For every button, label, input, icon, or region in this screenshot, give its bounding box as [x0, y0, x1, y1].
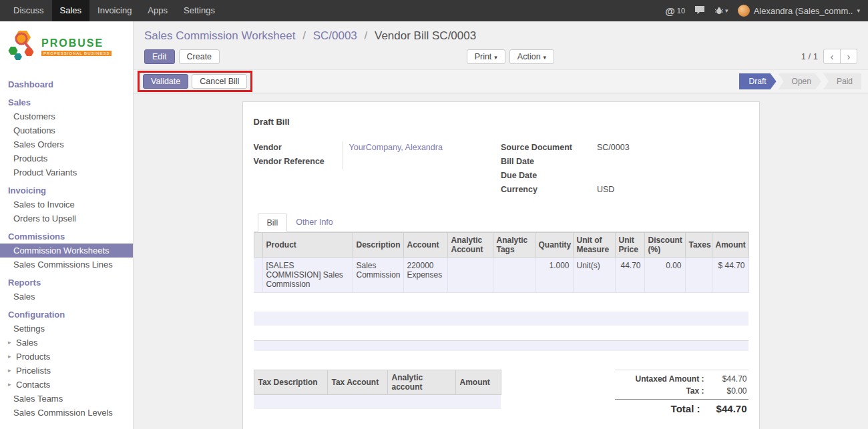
vendor-value-link[interactable]: YourCompany, Alexandra: [343, 141, 501, 155]
totals-block: Untaxed Amount : $44.70 Tax : $0.00 Tota…: [615, 370, 748, 416]
sidebar-item-quotations[interactable]: Quotations: [0, 123, 133, 137]
col-amount[interactable]: Amount: [712, 233, 748, 258]
sidebar-heading-reports[interactable]: Reports: [0, 276, 133, 290]
table-header-row: Product Description Account Analytic Acc…: [254, 233, 748, 258]
mentions-button[interactable]: @ 10: [665, 5, 685, 17]
sidebar-heading-configuration[interactable]: Configuration: [0, 308, 133, 322]
sidebar-item-settings[interactable]: Settings: [0, 322, 133, 336]
cell-taxes: [685, 258, 712, 293]
control-panel-buttons: Edit Create Print▾ Action▾ 1 / 1 ‹ ›: [134, 43, 868, 69]
company-logo[interactable]: PROBUSE PROFESSIONAL BUSINESS: [0, 21, 133, 73]
chevron-down-icon: ▾: [494, 54, 497, 61]
vendor-reference-label: Vendor Reference: [254, 155, 343, 166]
tax-section: Tax Description Tax Account Analytic acc…: [254, 370, 501, 429]
cancel-bill-button[interactable]: Cancel Bill: [192, 74, 247, 89]
sidebar-heading-commissions[interactable]: Commissions: [0, 230, 133, 244]
breadcrumb-worksheet-link[interactable]: Sales Commission Worksheet: [144, 29, 295, 42]
sidebar-item-customers[interactable]: Customers: [0, 109, 133, 123]
col-product[interactable]: Product: [262, 233, 353, 258]
debug-bug-icon: [714, 5, 724, 17]
sidebar-heading-invoicing[interactable]: Invoicing: [0, 183, 133, 197]
sidebar-item-product-variants[interactable]: Product Variants: [0, 165, 133, 179]
action-dropdown-button[interactable]: Action▾: [509, 49, 554, 64]
annotation-highlight: Validate Cancel Bill: [138, 71, 252, 92]
cell-analytic-account: [447, 258, 493, 293]
col-discount[interactable]: Discount (%): [644, 233, 685, 258]
menu-sales[interactable]: Sales: [52, 0, 90, 21]
grand-total-label: Total :: [671, 403, 700, 414]
pager-counter: 1 / 1: [801, 51, 818, 61]
pager-previous-button[interactable]: ‹: [823, 49, 841, 64]
breadcrumb: Sales Commission Worksheet / SC/0003 / V…: [134, 21, 868, 43]
sidebar-item-sales-commissions-lines[interactable]: Sales Commissions Lines: [0, 258, 133, 272]
pager-next-button[interactable]: ›: [840, 49, 857, 64]
menu-apps[interactable]: Apps: [140, 0, 176, 21]
status-draft[interactable]: Draft: [739, 73, 777, 89]
cell-discount: 0.00: [644, 258, 685, 293]
cell-account: 220000 Expenses: [403, 258, 447, 293]
col-unit-price[interactable]: Unit Price: [615, 233, 644, 258]
edit-button[interactable]: Edit: [144, 49, 175, 64]
topbar: Discuss Sales Invoicing Apps Settings @ …: [0, 0, 868, 21]
user-menu[interactable]: Alexandra (Sales_comm.. ▾: [738, 5, 860, 17]
sidebar-item-label: Pricelists: [16, 366, 51, 376]
col-quantity[interactable]: Quantity: [535, 233, 573, 258]
tax-header-row: Tax Description Tax Account Analytic acc…: [254, 370, 501, 395]
tab-bill[interactable]: Bill: [258, 213, 288, 232]
due-date-value: [597, 169, 748, 183]
empty-tax-row: [254, 395, 501, 409]
untaxed-amount-label: Untaxed Amount :: [636, 374, 704, 384]
chevron-down-icon: ▾: [725, 7, 728, 14]
sidebar-item-sales-teams[interactable]: Sales Teams: [0, 392, 133, 406]
breadcrumb-sc0003-link[interactable]: SC/0003: [313, 29, 357, 42]
col-tax-analytic-account[interactable]: Analytic account: [387, 370, 455, 395]
sidebar-heading-dashboard[interactable]: Dashboard: [0, 77, 133, 91]
col-taxes[interactable]: Taxes: [685, 233, 712, 258]
col-tax-description[interactable]: Tax Description: [254, 370, 327, 395]
sidebar-item-config-sales[interactable]: ▸ Sales: [0, 336, 133, 350]
sidebar-item-contacts[interactable]: ▸ Contacts: [0, 378, 133, 392]
col-analytic-tags[interactable]: Analytic Tags: [493, 233, 535, 258]
col-unit-of-measure[interactable]: Unit of Measure: [573, 233, 615, 258]
tab-other-info[interactable]: Other Info: [287, 213, 342, 232]
validate-button[interactable]: Validate: [143, 74, 188, 89]
sidebar-item-sales-to-invoice[interactable]: Sales to Invoice: [0, 197, 133, 211]
submenu-arrow-icon: ▸: [8, 380, 14, 390]
debug-menu-button[interactable]: ▾: [714, 5, 728, 17]
tax-total-value: $0.00: [704, 386, 747, 396]
menu-invoicing[interactable]: Invoicing: [89, 0, 140, 21]
submenu-arrow-icon: ▸: [8, 366, 14, 376]
col-tax-amount[interactable]: Amount: [455, 370, 501, 395]
menu-settings[interactable]: Settings: [176, 0, 223, 21]
status-open[interactable]: Open: [779, 73, 821, 89]
create-button[interactable]: Create: [179, 49, 220, 64]
cell-description: Sales Commission: [353, 258, 403, 293]
menu-discuss[interactable]: Discuss: [5, 0, 52, 21]
sidebar-item-sales-orders[interactable]: Sales Orders: [0, 137, 133, 151]
table-row[interactable]: [SALES COMMISSION] Sales Commission Sale…: [254, 258, 748, 293]
sidebar-item-sales-commission-levels[interactable]: Sales Commission Levels: [0, 406, 133, 420]
col-account[interactable]: Account: [403, 233, 447, 258]
col-description[interactable]: Description: [353, 233, 403, 258]
sidebar-item-pricelists[interactable]: ▸ Pricelists: [0, 364, 133, 378]
sidebar-item-config-products[interactable]: ▸ Products: [0, 350, 133, 364]
print-dropdown-button[interactable]: Print▾: [467, 49, 505, 64]
empty-list-row: [254, 340, 748, 351]
messages-button[interactable]: [694, 5, 705, 17]
sidebar-item-products[interactable]: Products: [0, 151, 133, 165]
status-paid[interactable]: Paid: [823, 73, 861, 89]
cell-amount: $ 44.70: [712, 258, 748, 293]
empty-row: [254, 293, 748, 312]
currency-value: USD: [597, 183, 748, 197]
sidebar-item-orders-to-upsell[interactable]: Orders to Upsell: [0, 211, 133, 226]
col-tax-account[interactable]: Tax Account: [327, 370, 387, 395]
probuse-logo-icon: [7, 29, 37, 64]
sidebar-item-reports-sales[interactable]: Sales: [0, 290, 133, 304]
empty-list-row: [254, 312, 748, 326]
user-name: Alexandra (Sales_comm..: [754, 6, 853, 16]
cell-product: [SALES COMMISSION] Sales Commission: [262, 258, 353, 293]
sidebar-heading-sales[interactable]: Sales: [0, 95, 133, 109]
col-analytic-account[interactable]: Analytic Account: [447, 233, 493, 258]
sidebar-item-commission-worksheets[interactable]: Commission Worksheets: [0, 244, 133, 258]
breadcrumb-separator: /: [302, 29, 306, 42]
